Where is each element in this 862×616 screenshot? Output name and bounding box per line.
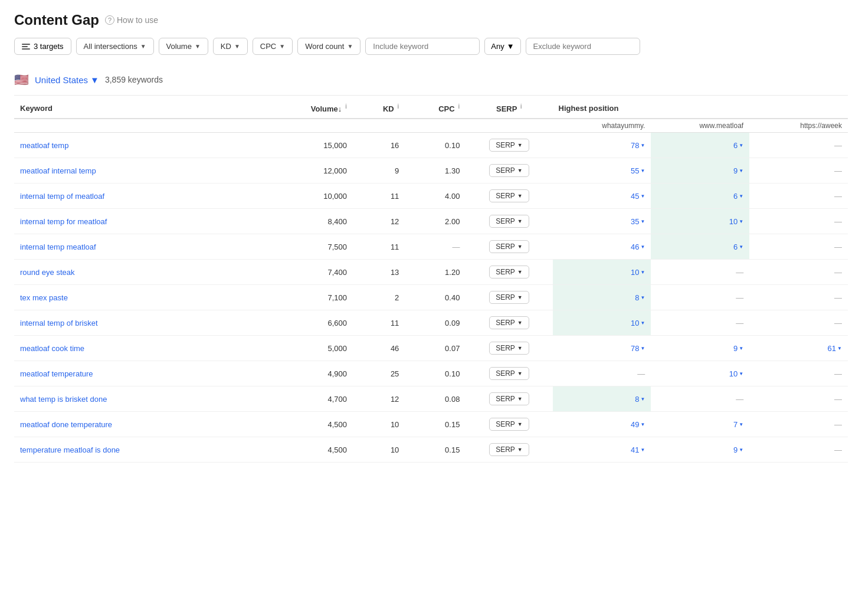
position-value: 6▼ [733,243,743,251]
kd-cell: 10 [353,437,405,463]
keyword-cell[interactable]: tex mex paste [14,285,275,310]
serp-button[interactable]: SERP ▼ [489,291,529,304]
keyword-cell[interactable]: temperature meatloaf is done [14,437,275,463]
kd-cell: 16 [353,133,405,158]
serp-button[interactable]: SERP ▼ [489,367,529,380]
chevron-down-icon: ▼ [517,218,523,224]
cpc-header: CPC i [405,98,466,119]
serp-button[interactable]: SERP ▼ [489,240,529,253]
keyword-cell[interactable]: internal temp for meatloaf [14,209,275,234]
keyword-cell[interactable]: what temp is brisket done [14,386,275,412]
triangle-icon: ▼ [739,346,743,351]
how-to-use-link[interactable]: ? How to use [105,15,158,25]
pos2-cell: 9▼ [651,336,749,361]
include-keyword-input[interactable] [365,38,480,55]
serp-button[interactable]: SERP ▼ [489,139,529,152]
pos3-cell: 61▼ [749,336,848,361]
kd-cell: 9 [353,158,405,184]
pos2-cell: — [651,285,749,310]
serp-button[interactable]: SERP ▼ [489,418,529,431]
serp-button[interactable]: SERP ▼ [489,266,529,278]
pos2-cell: 6▼ [651,184,749,209]
volume-cell: 4,500 [275,437,353,463]
cpc-cell: 0.10 [405,133,466,158]
dash-value: — [834,293,842,302]
any-dropdown[interactable]: Any ▼ [484,38,520,55]
cpc-cell: 2.00 [405,209,466,234]
exclude-keyword-input[interactable] [526,38,640,55]
pos3-cell: — [749,310,848,336]
volume-dropdown[interactable]: Volume ▼ [159,38,208,55]
targets-button[interactable]: 3 targets [14,38,71,55]
volume-cell: 10,000 [275,184,353,209]
pos2-cell: 6▼ [651,133,749,158]
keyword-cell[interactable]: meatloaf cook time [14,336,275,361]
chevron-down-icon: ▼ [279,43,285,50]
serp-cell: SERP ▼ [466,336,552,361]
table-row: meatloaf cook time 5,000 46 0.07 SERP ▼ … [14,336,848,361]
position-value: 9▼ [733,166,743,175]
keyword-count: 3,859 keywords [105,75,163,84]
serp-button[interactable]: SERP ▼ [489,189,529,202]
volume-cell: 7,500 [275,234,353,260]
pos2-cell: 10▼ [651,361,749,386]
keyword-header: Keyword [14,98,275,119]
keyword-cell[interactable]: internal temp of brisket [14,310,275,336]
pos3-cell: — [749,437,848,463]
volume-header[interactable]: Volume↓ i [275,98,353,119]
triangle-icon: ▼ [739,422,743,427]
kd-cell: 11 [353,234,405,260]
position-value: 61▼ [828,344,842,353]
table-row: round eye steak 7,400 13 1.20 SERP ▼ 10▼… [14,260,848,285]
triangle-icon: ▼ [640,320,645,326]
domain2-header: www.meatloaf [651,119,749,133]
serp-button[interactable]: SERP ▼ [489,443,529,456]
dash-value: — [736,319,743,327]
pos2-cell: 7▼ [651,412,749,437]
keyword-cell[interactable]: internal temp meatloaf [14,234,275,260]
domain1-header: whatayummy. [553,119,651,133]
serp-button[interactable]: SERP ▼ [489,164,529,177]
serp-button[interactable]: SERP ▼ [489,342,529,355]
pos3-cell: — [749,158,848,184]
highest-position-header: Highest position [553,98,848,119]
triangle-icon: ▼ [640,295,645,300]
filter-lines-icon [22,44,30,50]
keyword-cell[interactable]: meatloaf temperature [14,361,275,386]
table-row: internal temp of brisket 6,600 11 0.09 S… [14,310,848,336]
position-value: 78▼ [631,344,645,353]
chevron-down-icon: ▼ [517,142,523,148]
kd-dropdown[interactable]: KD ▼ [213,38,248,55]
serp-button[interactable]: SERP ▼ [489,215,529,228]
triangle-icon: ▼ [640,447,645,453]
triangle-icon: ▼ [837,346,842,351]
pos2-cell: — [651,310,749,336]
keyword-cell[interactable]: meatloaf internal temp [14,158,275,184]
cpc-cell: 0.15 [405,437,466,463]
kd-cell: 46 [353,336,405,361]
keyword-cell[interactable]: meatloaf done temperature [14,412,275,437]
region-selector[interactable]: United States ▼ [35,75,99,85]
chevron-down-icon: ▼ [517,345,523,351]
triangle-icon: ▼ [739,447,743,453]
serp-button[interactable]: SERP ▼ [489,316,529,329]
serp-button[interactable]: SERP ▼ [489,392,529,405]
serp-cell: SERP ▼ [466,310,552,336]
intersections-dropdown[interactable]: All intersections ▼ [76,38,154,55]
keyword-cell[interactable]: meatloaf temp [14,133,275,158]
triangle-icon: ▼ [739,194,743,199]
position-value: 8▼ [635,293,645,302]
volume-cell: 5,000 [275,336,353,361]
keyword-cell[interactable]: round eye steak [14,260,275,285]
triangle-icon: ▼ [739,219,743,224]
triangle-icon: ▼ [739,371,743,376]
cpc-dropdown[interactable]: CPC ▼ [253,38,293,55]
triangle-icon: ▼ [640,168,645,173]
position-value: 9▼ [733,445,743,454]
pos3-cell: — [749,386,848,412]
word-count-dropdown[interactable]: Word count ▼ [297,38,360,55]
pos1-cell: 78▼ [553,133,651,158]
keyword-cell[interactable]: internal temp of meatloaf [14,184,275,209]
triangle-icon: ▼ [640,397,645,402]
chevron-down-icon: ▼ [90,75,99,85]
